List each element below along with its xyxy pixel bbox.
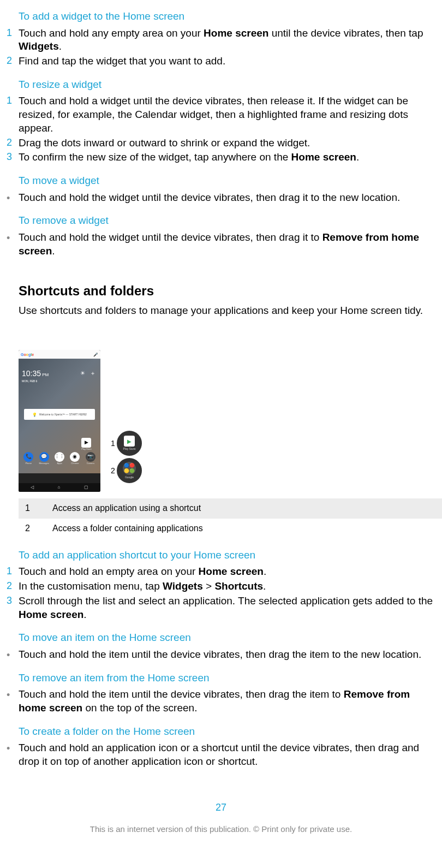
- bullet-marker: •: [7, 688, 19, 700]
- step-text: To confirm the new size of the widget, t…: [19, 151, 435, 164]
- bullet-marker: •: [7, 191, 19, 203]
- nav-recent-icon: ▢: [84, 485, 88, 490]
- messages-icon: 💬: [39, 452, 49, 462]
- step-text: In the customisation menu, tap Widgets >…: [19, 580, 435, 593]
- phone-wallpaper: 10:35 PM MON, FEB 6 ☀ ＋ Welcome to Xperi…: [19, 359, 100, 473]
- bullet-marker: •: [7, 231, 19, 243]
- legend-num: 2: [25, 523, 52, 534]
- figure-legend: 1 Access an application using a shortcut…: [19, 498, 442, 539]
- phone-mock: Google 🎤 10:35 PM MON, FEB 6 ☀ ＋ Welcome…: [19, 350, 100, 492]
- step-text: Touch and hold a widget until the device…: [19, 94, 435, 135]
- nav-back-icon: ◁: [31, 485, 34, 490]
- figure-callout-2: 2 🔵🔴🟡🟢 Google: [117, 458, 142, 483]
- legend-row: 2 Access a folder containing application…: [19, 519, 442, 539]
- step: 2 Drag the dots inward or outward to shr…: [7, 136, 435, 150]
- heading-shortcuts-folders: Shortcuts and folders: [19, 282, 435, 299]
- heading-add-shortcut: To add an application shortcut to your H…: [19, 549, 435, 562]
- heading-move-item: To move an item on the Home screen: [19, 631, 435, 645]
- step: 2 In the customisation menu, tap Widgets…: [7, 580, 435, 593]
- heading-remove-item: To remove an item from the Home screen: [19, 671, 435, 685]
- step-number: 3: [7, 151, 19, 163]
- bullet-text: Touch and hold the item until the device…: [19, 688, 435, 715]
- google-folder-icon: 🔵🔴🟡🟢: [123, 462, 136, 475]
- bullet-text: Touch and hold an application icon or a …: [19, 741, 435, 768]
- nav-home-icon: ⌂: [58, 485, 61, 490]
- bullet-text: Touch and hold the widget until the devi…: [19, 231, 435, 258]
- heading-add-widget: To add a widget to the Home screen: [19, 10, 435, 23]
- apps-icon: ⋮⋮: [55, 452, 64, 462]
- bullet: • Touch and hold the widget until the de…: [7, 191, 435, 205]
- step-text: Touch and hold an empty area on your Hom…: [19, 565, 435, 579]
- step: 3 To confirm the new size of the widget,…: [7, 151, 435, 164]
- step-number: 2: [7, 136, 19, 149]
- step-number: 1: [7, 27, 19, 39]
- step-number: 3: [7, 594, 19, 607]
- step: 1 Touch and hold any empty area on your …: [7, 27, 435, 53]
- step: 2 Find and tap the widget that you want …: [7, 55, 435, 68]
- legend-text: Access a folder containing applications: [52, 523, 203, 534]
- callout-marker: 2: [111, 466, 115, 475]
- phone-clock: 10:35 PM MON, FEB 6: [22, 368, 49, 384]
- phone-widget-icons: ☀ ＋: [80, 370, 97, 377]
- legend-num: 1: [25, 503, 52, 514]
- step-number: 2: [7, 55, 19, 67]
- bullet-marker: •: [7, 648, 19, 660]
- step-text: Scroll through the list and select an ap…: [19, 594, 435, 621]
- play-store-icon: [124, 436, 135, 447]
- phone-icon: 📞: [23, 452, 33, 462]
- step-number: 2: [7, 580, 19, 592]
- bullet-text: Touch and hold the item until the device…: [19, 648, 435, 662]
- legend-text: Access an application using a shortcut: [52, 503, 201, 514]
- page-number: 27: [7, 801, 435, 814]
- heading-move-widget: To move a widget: [19, 174, 435, 188]
- phone-search-bar: Google 🎤: [19, 350, 100, 359]
- heading-remove-widget: To remove a widget: [19, 214, 435, 228]
- bullet-text: Touch and hold the widget until the devi…: [19, 191, 435, 205]
- phone-nav-bar: ◁ ⌂ ▢: [19, 483, 100, 492]
- step-text: Touch and hold any empty area on your Ho…: [19, 27, 435, 53]
- heading-resize-widget: To resize a widget: [19, 78, 435, 92]
- bullet-marker: •: [7, 741, 19, 753]
- step: 3 Scroll through the list and select an …: [7, 594, 435, 621]
- figure-callout-1: 1 Play Store: [117, 431, 142, 456]
- mic-icon: 🎤: [93, 352, 98, 357]
- callout-marker: 1: [111, 438, 115, 448]
- phone-welcome-card: Welcome to Xperia™ — START HERE!: [24, 409, 95, 420]
- step-number: 1: [7, 94, 19, 107]
- step-text: Drag the dots inward or outward to shrin…: [19, 136, 435, 150]
- bullet: • Touch and hold the widget until the de…: [7, 231, 435, 258]
- phone-app-dock: 📞Phone 💬Messages ⋮⋮Apps ◉Chrome 📷Camera: [19, 452, 100, 465]
- phone-app-row-upper: ▶ Play Store: [19, 438, 100, 450]
- bullet: • Touch and hold an application icon or …: [7, 741, 435, 768]
- camera-icon: 📷: [86, 452, 95, 462]
- heading-create-folder: To create a folder on the Home screen: [19, 725, 435, 739]
- google-logo-icon: Google: [21, 352, 34, 357]
- footer-text: This is an internet version of this publ…: [7, 824, 435, 835]
- bullet: • Touch and hold the item until the devi…: [7, 648, 435, 662]
- step: 1 Touch and hold a widget until the devi…: [7, 94, 435, 135]
- figure-home-screen: Google 🎤 10:35 PM MON, FEB 6 ☀ ＋ Welcome…: [19, 350, 144, 492]
- step-text: Find and tap the widget that you want to…: [19, 55, 435, 68]
- step: 1 Touch and hold an empty area on your H…: [7, 565, 435, 579]
- chrome-icon: ◉: [70, 452, 80, 462]
- step-number: 1: [7, 565, 19, 578]
- play-store-icon: ▶: [81, 438, 91, 448]
- body-text: Use shortcuts and folders to manage your…: [19, 304, 435, 318]
- bullet: • Touch and hold the item until the devi…: [7, 688, 435, 715]
- legend-row: 1 Access an application using a shortcut: [19, 498, 442, 519]
